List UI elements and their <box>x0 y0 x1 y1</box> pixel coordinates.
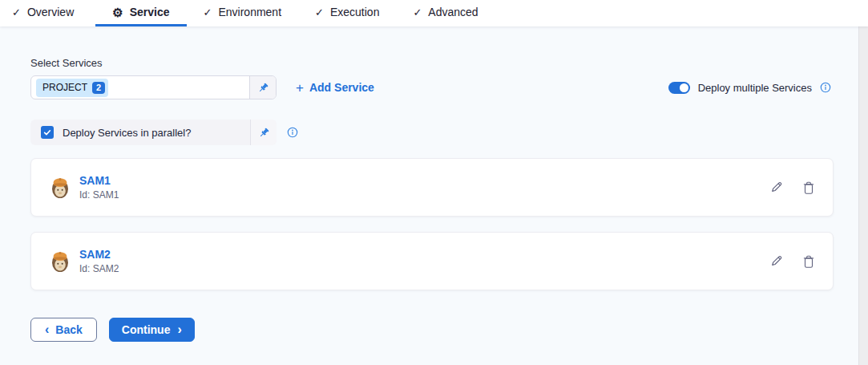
service-card-actions <box>769 254 815 269</box>
tab-execution[interactable]: ✓ Execution <box>298 0 396 26</box>
deploy-multiple-toggle[interactable] <box>668 82 690 94</box>
pencil-icon <box>769 254 783 268</box>
services-multiselect: PROJECT 2 <box>30 75 277 99</box>
tab-environment[interactable]: ✓ Environment <box>187 0 299 26</box>
tab-overview-label: Overview <box>27 6 74 18</box>
pin-icon <box>257 82 269 94</box>
service-name-link[interactable]: SAM1 <box>79 174 119 187</box>
tab-advanced[interactable]: ✓ Advanced <box>396 0 495 26</box>
select-services-label: Select Services <box>30 57 858 69</box>
service-card-list: SAM1 Id: SAM1 <box>30 158 858 290</box>
service-avatar-icon <box>50 176 70 199</box>
service-select-row: PROJECT 2 <box>30 75 858 99</box>
service-avatar-icon <box>50 250 70 273</box>
back-button[interactable]: ‹ Back <box>30 318 97 342</box>
pin-services-button[interactable] <box>249 76 276 99</box>
parallel-row: Deploy Services in parallel? <box>30 120 858 145</box>
parallel-checkbox-label: Deploy Services in parallel? <box>63 127 191 139</box>
service-card-sam2: SAM2 Id: SAM2 <box>30 232 834 290</box>
tab-service[interactable]: ⚙ Service <box>95 0 186 26</box>
selected-services-chip[interactable]: PROJECT 2 <box>36 79 108 97</box>
pin-icon <box>258 127 270 139</box>
service-id-text: Id: SAM2 <box>79 263 119 274</box>
delete-service-button[interactable] <box>802 254 815 269</box>
pin-parallel-button[interactable] <box>250 120 277 145</box>
continue-button[interactable]: Continue › <box>109 318 195 342</box>
trash-icon <box>802 254 815 269</box>
gear-icon: ⚙ <box>112 6 123 18</box>
service-card-sam1: SAM1 Id: SAM1 <box>30 158 834 217</box>
parallel-checkbox[interactable] <box>41 126 54 139</box>
edit-service-button[interactable] <box>769 180 783 194</box>
deploy-multiple-label: Deploy multiple Services <box>698 82 812 94</box>
edit-service-button[interactable] <box>769 254 783 268</box>
tab-service-label: Service <box>130 6 170 18</box>
selected-services-count-badge: 2 <box>92 82 105 94</box>
add-service-button[interactable]: + Add Service <box>296 81 374 95</box>
parallel-checkbox-group: Deploy Services in parallel? <box>30 120 277 145</box>
chevron-right-icon: › <box>177 323 181 336</box>
tab-advanced-label: Advanced <box>428 6 478 18</box>
service-name-link[interactable]: SAM2 <box>79 248 119 261</box>
service-card-text: SAM1 Id: SAM1 <box>79 174 119 201</box>
pencil-icon <box>769 180 783 194</box>
page-right-edge <box>858 26 868 365</box>
wizard-footer: ‹ Back Continue › <box>30 318 858 342</box>
plus-icon: + <box>296 81 304 95</box>
continue-button-label: Continue <box>122 323 171 336</box>
tab-overview[interactable]: ✓ Overview <box>0 0 95 26</box>
parallel-checkbox-field[interactable]: Deploy Services in parallel? <box>30 120 250 145</box>
add-service-label: Add Service <box>309 81 374 94</box>
tab-environment-label: Environment <box>218 6 281 18</box>
service-step-content: Select Services PROJECT 2 <box>0 26 858 365</box>
service-step-page: ✓ Overview ⚙ Service ✓ Environment ✓ Exe… <box>0 0 868 365</box>
toggle-knob <box>680 83 688 92</box>
pipeline-step-tabs: ✓ Overview ⚙ Service ✓ Environment ✓ Exe… <box>0 0 868 26</box>
info-icon[interactable] <box>820 82 831 93</box>
deploy-multiple-toggle-group: Deploy multiple Services <box>668 82 831 94</box>
check-icon: ✓ <box>12 7 21 18</box>
chevron-left-icon: ‹ <box>45 323 49 336</box>
check-icon: ✓ <box>204 7 212 18</box>
check-icon: ✓ <box>315 7 324 18</box>
delete-service-button[interactable] <box>802 180 815 195</box>
info-icon[interactable] <box>287 127 298 138</box>
service-card-text: SAM2 Id: SAM2 <box>79 248 119 274</box>
selected-services-chip-label: PROJECT <box>42 82 87 93</box>
service-id-text: Id: SAM1 <box>79 189 119 201</box>
back-button-label: Back <box>55 323 82 336</box>
trash-icon <box>802 180 815 195</box>
check-icon: ✓ <box>413 7 422 18</box>
service-card-actions <box>769 180 815 195</box>
tab-execution-label: Execution <box>330 6 379 18</box>
services-multiselect-input[interactable]: PROJECT 2 <box>31 76 249 99</box>
